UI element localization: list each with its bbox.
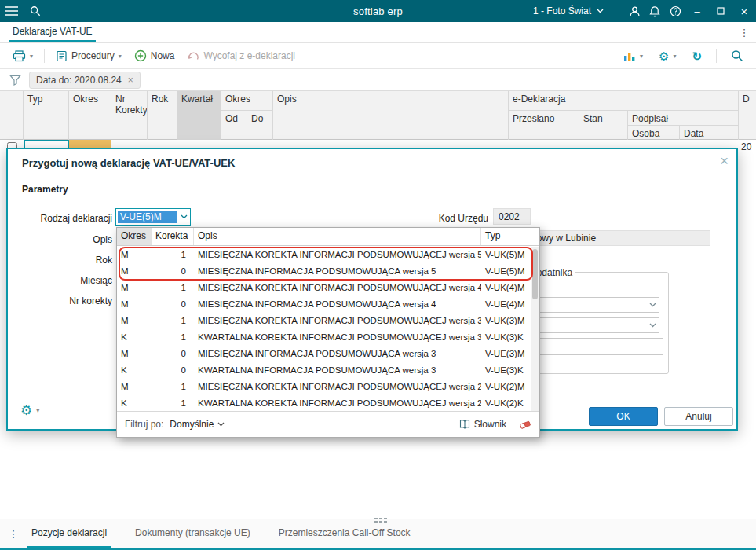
gear-icon: ⚙ [20, 404, 32, 417]
bottom-tab-pozycje[interactable]: Pozycje deklaracji [27, 519, 111, 548]
picker-scrollbar[interactable] [531, 247, 539, 412]
company-selector[interactable]: 1 - Foto Świat [533, 6, 604, 16]
filter-by-selector[interactable]: Domyślnie [170, 419, 225, 430]
filter-funnel-icon[interactable] [9, 75, 21, 86]
picker-cell-opis: KWARTALNA KOREKTA INFORMACJI PODSUMOWUJĄ… [194, 398, 481, 408]
picker-row[interactable]: M 0 MIESIĘCZNA INFORMACJA PODSUMOWUJĄCA … [117, 262, 532, 279]
print-menu-chevron-icon[interactable]: ▾ [30, 53, 33, 60]
scrollbar-thumb[interactable] [532, 249, 538, 299]
column-typ[interactable]: Typ [24, 91, 69, 140]
picker-cell-okres: M [117, 382, 152, 391]
picker-cell-typ: V-UK(5)M [481, 250, 532, 259]
picker-cell-opis: MIESIĘCZNA KOREKTA INFORMACJI PODSUMOWUJ… [194, 316, 481, 325]
filter-chip-remove-icon[interactable]: × [128, 75, 133, 86]
column-od[interactable]: Od [221, 111, 247, 140]
search-grid-button[interactable] [726, 46, 748, 65]
dictionary-button[interactable]: Słownik [459, 419, 506, 430]
window-minimize-button[interactable]: – [685, 0, 709, 22]
picker-row[interactable]: M 1 MIESIĘCZNA KOREKTA INFORMACJI PODSUM… [117, 279, 532, 295]
help-icon[interactable] [665, 0, 685, 22]
column-do[interactable]: Do [247, 111, 273, 140]
picker-row[interactable]: K 1 KWARTALNA KOREKTA INFORMACJI PODSUMO… [117, 328, 532, 345]
gear-icon: ⚙ [659, 50, 669, 62]
combo-chevron-icon[interactable] [646, 298, 659, 312]
combo-chevron-icon[interactable] [177, 209, 190, 225]
picker-col-korekta[interactable]: Korekta [152, 228, 194, 245]
picker-row[interactable]: M 0 MIESIĘCZNA INFORMACJA PODSUMOWUJĄCA … [117, 345, 532, 361]
filter-chip-date[interactable]: Data do: 2020.08.24 × [29, 72, 141, 89]
column-stan[interactable]: Stan [579, 111, 628, 140]
picker-row[interactable]: M 0 MIESIĘCZNA INFORMACJA PODSUMOWUJĄCA … [117, 295, 532, 312]
column-partial[interactable]: D [739, 91, 756, 140]
bottom-tab-przemieszczenia[interactable]: Przemieszczenia Call-Off Stock [274, 519, 415, 548]
picker-cell-okres: M [117, 283, 152, 292]
column-podpisal-group[interactable]: Podpisał [628, 111, 739, 126]
picker-row[interactable]: M 1 MIESIĘCZNA KOREKTA INFORMACJI PODSUM… [117, 378, 532, 394]
column-data[interactable]: Data [680, 126, 739, 140]
procedures-button[interactable]: Procedury ▾ [51, 47, 126, 65]
column-okres-group[interactable]: Okres [221, 91, 273, 111]
picker-cell-typ: V-UE(3)K [481, 365, 532, 375]
panel-resize-handle[interactable] [374, 518, 378, 519]
dictionary-book-icon [459, 419, 470, 430]
cancel-button[interactable]: Anuluj [664, 407, 733, 426]
column-okres[interactable]: Okres [69, 91, 111, 140]
hamburger-menu-icon[interactable] [0, 0, 24, 22]
settings-button[interactable]: ⚙ ▾ [654, 47, 681, 65]
user-icon[interactable] [624, 0, 645, 22]
picker-cell-okres: K [117, 398, 152, 408]
column-przeslano[interactable]: Przesłano [509, 111, 579, 140]
refresh-button[interactable]: ↻ [687, 47, 707, 65]
topbar: softlab erp 1 - Foto Świat – × [0, 0, 756, 22]
ok-button[interactable]: OK [589, 407, 658, 426]
column-nr-korekty[interactable]: Nr Korekty [111, 91, 148, 140]
picker-cell-typ: V-UK(3)K [481, 332, 532, 342]
column-edeklaracja-group[interactable]: e-Deklaracja [509, 91, 739, 111]
office-code-label: Kod Urzędu [398, 213, 488, 224]
picker-row[interactable]: K 0 KWARTALNA INFORMACJA PODSUMOWUJĄCA w… [117, 361, 532, 378]
new-button[interactable]: Nowa [130, 46, 180, 65]
column-nr-line2: Korekty [115, 104, 143, 116]
tab-more-options-icon[interactable]: ⋮ [732, 22, 756, 42]
window-maximize-button[interactable] [709, 0, 732, 22]
picker-cell-opis: MIESIĘCZNA KOREKTA INFORMACJI PODSUMOWUJ… [194, 250, 481, 259]
search-icon [731, 50, 743, 62]
combo-chevron-icon[interactable] [646, 318, 659, 332]
picker-col-opis[interactable]: Opis [194, 228, 481, 245]
bottom-tab-dokumenty[interactable]: Dokumenty (transakcje UE) [130, 519, 255, 548]
filter-chip-label: Data do: 2020.08.24 [36, 75, 122, 86]
bottom-more-options-icon[interactable]: ⋮ [0, 519, 27, 548]
picker-cell-opis: KWARTALNA KOREKTA INFORMACJI PODSUMOWUJĄ… [194, 332, 481, 342]
dictionary-label: Słownik [474, 419, 506, 430]
picker-cell-typ: V-UK(2)M [481, 382, 532, 391]
picker-col-okres[interactable]: Okres [117, 228, 152, 245]
toolbar-divider [44, 49, 45, 63]
column-osoba[interactable]: Osoba [628, 126, 680, 140]
window-close-button[interactable]: × [732, 0, 756, 22]
picker-cell-typ: V-UE(5)M [481, 266, 532, 276]
dialog-close-icon[interactable]: × [720, 152, 729, 170]
picker-row[interactable]: K 1 KWARTALNA KOREKTA INFORMACJI PODSUMO… [117, 394, 532, 411]
search-icon[interactable] [24, 0, 47, 22]
office-code-field[interactable]: 0202 [493, 208, 531, 225]
tab-deklaracje-vat-ue[interactable]: Deklaracje VAT-UE [9, 22, 96, 42]
picker-cell-typ: V-UE(4)M [481, 299, 532, 309]
picker-cell-okres: K [117, 365, 152, 375]
picker-col-typ[interactable]: Typ [481, 228, 533, 245]
procedures-label: Procedury [71, 50, 115, 61]
declaration-type-combo[interactable]: V-UE(5)M [115, 208, 191, 226]
column-opis[interactable]: Opis [273, 91, 509, 140]
picker-cell-okres: M [117, 266, 152, 276]
analysis-button[interactable]: ▾ [619, 47, 648, 65]
picker-row[interactable]: M 1 MIESIĘCZNA KOREKTA INFORMACJI PODSUM… [117, 312, 532, 328]
eraser-icon[interactable] [519, 419, 531, 431]
print-button[interactable]: ▾ [8, 47, 38, 65]
dialog-settings-button[interactable]: ⚙ ▾ [20, 404, 39, 417]
notifications-bell-icon[interactable] [645, 0, 665, 22]
picker-row[interactable]: M 1 MIESIĘCZNA KOREKTA INFORMACJI PODSUM… [117, 246, 532, 262]
procedures-chevron-icon: ▾ [119, 53, 122, 60]
picker-cell-typ: V-UK(3)M [481, 316, 532, 325]
toolbar-divider [716, 49, 717, 63]
column-kwartal[interactable]: Kwartał [177, 91, 221, 140]
column-rok[interactable]: Rok [148, 91, 177, 140]
